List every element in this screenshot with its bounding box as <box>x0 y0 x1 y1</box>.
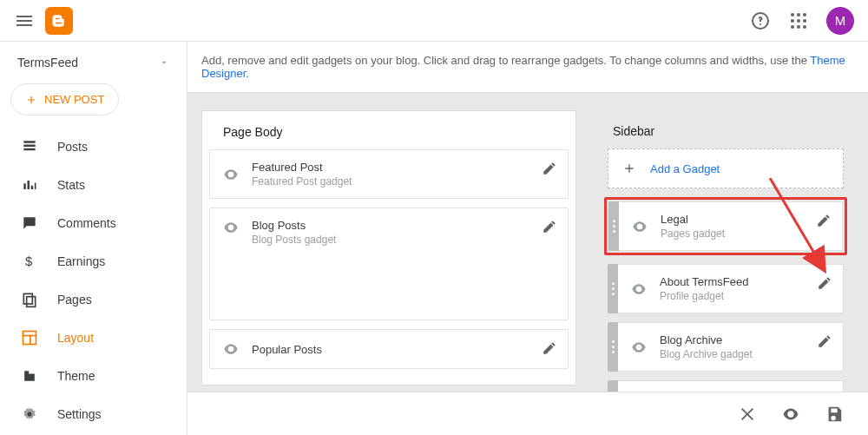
visibility-icon <box>222 219 240 236</box>
svg-rect-12 <box>27 297 36 307</box>
pages-icon <box>21 291 38 308</box>
svg-point-2 <box>797 13 800 16</box>
gadget-blog-posts[interactable]: Blog PostsBlog Posts gadget <box>209 208 569 320</box>
visibility-icon <box>222 166 240 183</box>
settings-icon <box>21 405 38 423</box>
gadget-about[interactable]: About TermsFeedProfile gadget <box>608 264 844 313</box>
svg-point-5 <box>797 19 800 23</box>
nav-pages[interactable]: Pages <box>0 280 187 319</box>
blogger-logo <box>45 7 73 35</box>
new-post-button[interactable]: NEW POST <box>10 83 119 115</box>
nav-settings[interactable]: Settings <box>0 395 187 433</box>
svg-point-6 <box>803 19 806 23</box>
drag-handle[interactable] <box>608 264 618 313</box>
visibility-icon <box>630 339 648 356</box>
visibility-icon <box>630 280 648 298</box>
gadget-featured-post[interactable]: Featured PostFeatured Post gadget <box>209 149 569 199</box>
blog-selector[interactable]: TermsFeed <box>0 42 187 80</box>
nav-theme[interactable]: Theme <box>0 357 187 395</box>
edit-icon[interactable] <box>817 275 832 291</box>
layout-canvas: Page Body Featured PostFeatured Post gad… <box>187 93 868 435</box>
gadget-blog-archive[interactable]: Blog ArchiveBlog Archive gadget <box>608 322 844 372</box>
highlighted-gadget: LegalPages gadget <box>604 197 847 255</box>
chevron-down-icon <box>159 57 169 68</box>
page-body-section: Page Body Featured PostFeatured Post gad… <box>201 110 576 386</box>
drag-handle[interactable] <box>608 322 618 372</box>
avatar[interactable]: M <box>826 7 854 35</box>
comments-icon <box>21 214 38 232</box>
nav-layout[interactable]: Layout <box>0 319 187 357</box>
edit-icon[interactable] <box>542 161 557 176</box>
section-title: Sidebar <box>601 110 851 148</box>
nav-posts[interactable]: Posts <box>0 128 187 166</box>
sidebar-section: Sidebar Add a Gadget LegalPages gadget <box>601 110 851 430</box>
gadget-popular-posts[interactable]: Popular Posts <box>209 329 569 369</box>
stats-icon <box>21 176 38 194</box>
nav-list: Posts Stats Comments $Earnings Pages Lay… <box>0 128 187 435</box>
svg-point-7 <box>791 25 794 29</box>
svg-point-1 <box>791 13 794 16</box>
hamburger-menu-icon[interactable] <box>14 10 35 31</box>
edit-icon[interactable] <box>816 213 832 228</box>
svg-text:$: $ <box>25 254 33 268</box>
visibility-icon <box>631 218 648 235</box>
drag-handle[interactable] <box>608 201 619 251</box>
gadget-legal[interactable]: LegalPages gadget <box>608 201 843 251</box>
layout-icon <box>21 329 38 346</box>
plus-icon <box>25 94 37 106</box>
nav-earnings[interactable]: $Earnings <box>0 242 187 280</box>
info-bar: Add, remove and edit gadgets on your blo… <box>187 42 868 93</box>
help-icon[interactable] <box>750 10 771 31</box>
svg-point-3 <box>803 13 806 16</box>
blog-name: TermsFeed <box>17 56 78 69</box>
svg-point-9 <box>803 25 806 29</box>
svg-point-4 <box>791 19 794 23</box>
edit-icon[interactable] <box>817 333 832 349</box>
earnings-icon: $ <box>21 253 38 270</box>
plus-icon <box>622 161 636 175</box>
apps-grid-icon[interactable] <box>788 10 809 31</box>
edit-icon[interactable] <box>542 219 557 234</box>
nav-stats[interactable]: Stats <box>0 166 187 204</box>
svg-rect-11 <box>23 293 32 304</box>
posts-icon <box>21 138 38 155</box>
nav-comments[interactable]: Comments <box>0 204 187 242</box>
main-content: Add, remove and edit gadgets on your blo… <box>187 42 868 435</box>
header: M <box>0 0 868 42</box>
bottom-toolbar <box>187 392 868 435</box>
save-icon[interactable] <box>825 405 844 424</box>
preview-icon[interactable] <box>781 405 800 424</box>
svg-point-8 <box>797 25 800 29</box>
visibility-icon <box>222 340 240 358</box>
add-gadget-button[interactable]: Add a Gadget <box>608 148 844 188</box>
section-title: Page Body <box>202 111 575 149</box>
theme-icon <box>21 367 38 385</box>
close-icon[interactable] <box>738 405 757 424</box>
edit-icon[interactable] <box>542 340 557 356</box>
app-sidebar: TermsFeed NEW POST Posts Stats Comments … <box>0 42 187 435</box>
